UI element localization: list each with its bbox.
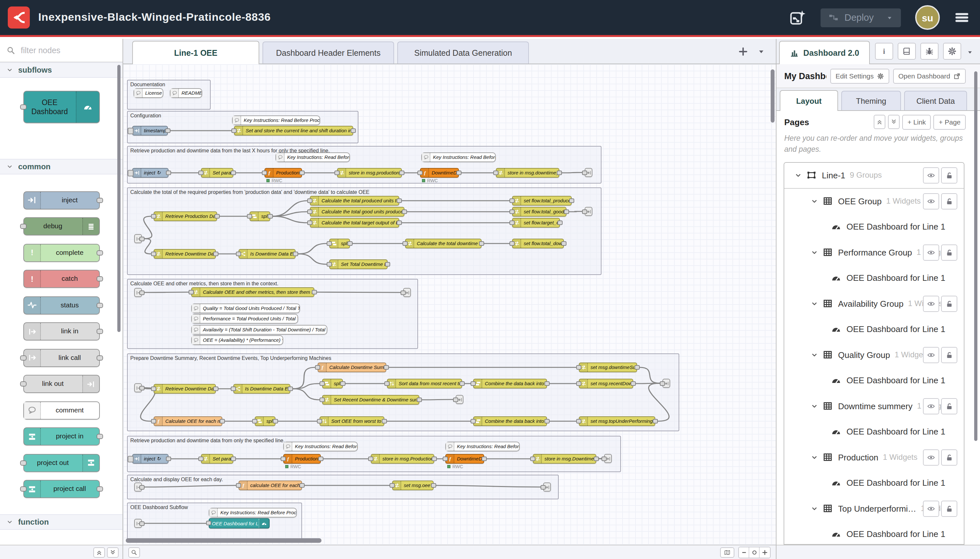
tree-widget-row[interactable]: OEE Dashboard for Line 1 — [784, 368, 964, 393]
open-dashboard-button[interactable]: Open Dashboard — [893, 68, 966, 83]
input-port[interactable] — [510, 241, 515, 246]
input-port[interactable] — [453, 397, 458, 402]
node-calculate-the-total-produced-units-today[interactable]: Calculate the total produced units today — [310, 196, 399, 205]
node-key-instructions-read-before-proceeding[interactable]: Key Instructions: Read Before Proceeding — [209, 508, 297, 518]
output-port[interactable] — [479, 241, 484, 246]
canvas-vertical-scrollbar[interactable] — [770, 69, 775, 122]
output-port[interactable] — [213, 387, 218, 391]
node-retrieve-downtime-data[interactable]: Retrieve Downtime Data — [153, 384, 216, 394]
main-menu-button[interactable] — [954, 10, 970, 25]
output-port[interactable] — [385, 262, 390, 266]
deploy-button[interactable]: Deploy — [820, 8, 901, 27]
palette-section-function[interactable]: function — [0, 514, 122, 529]
lock-toggle-button[interactable] — [941, 500, 957, 516]
output-port[interactable] — [569, 198, 574, 203]
node-linkout[interactable] — [585, 207, 592, 216]
input-port[interactable] — [151, 251, 156, 256]
node-linkin[interactable] — [134, 288, 142, 297]
input-port[interactable] — [320, 381, 325, 386]
output-port[interactable] — [456, 170, 462, 175]
output-port[interactable] — [96, 303, 103, 308]
tree-widget-row[interactable]: OEE Dashboard for Line 1 — [784, 316, 964, 342]
output-port[interactable] — [139, 291, 145, 295]
node-set-msg-downtimesummery[interactable]: set msg.downtimeSummery — [579, 362, 637, 372]
tree-widget-row[interactable]: OEE Dashboard for Line 1 — [784, 419, 964, 445]
node-split[interactable]: split — [249, 212, 270, 221]
input-port[interactable] — [576, 365, 581, 370]
palette-node-inject[interactable]: inject — [23, 191, 99, 209]
tree-group-row[interactable]: Quality Group1 Widgets — [784, 342, 964, 368]
node-calculate-the-total-downtime-duration[interactable]: Calculate the total downtime duration — [405, 239, 482, 248]
node-readme[interactable]: README — [170, 88, 202, 98]
tree-widget-row[interactable]: OEE Dashboard for Line 1 — [784, 521, 964, 545]
output-port[interactable] — [96, 276, 103, 281]
input-port[interactable] — [541, 485, 546, 490]
node-linkin[interactable] — [134, 483, 142, 491]
node-oee-dashboard-for-line-1[interactable]: OEE Dashboard for Line 1 — [209, 518, 270, 529]
input-port[interactable] — [151, 387, 156, 391]
palette-node-link-call[interactable]: link call — [23, 349, 99, 367]
zoom-out-button[interactable] — [739, 547, 749, 557]
palette-expand-all-button[interactable] — [107, 547, 119, 557]
lock-toggle-button[interactable] — [941, 167, 957, 184]
node-performance-total-produced-units-total-tar[interactable]: Performance = Total Produced Units / Tot… — [191, 314, 298, 324]
input-port[interactable] — [280, 456, 286, 461]
input-port[interactable] — [198, 170, 203, 175]
output-port[interactable] — [544, 381, 549, 386]
input-port[interactable] — [335, 170, 340, 175]
sidebar-debug-button[interactable] — [921, 43, 939, 60]
sidebar-scrollbar[interactable] — [974, 71, 977, 441]
output-port[interactable] — [231, 456, 236, 461]
tab-theming[interactable]: Theming — [841, 91, 901, 110]
input-port[interactable] — [320, 397, 325, 402]
node-set-params[interactable]: Set params — [201, 168, 233, 178]
output-port[interactable] — [96, 250, 103, 255]
input-port[interactable] — [252, 419, 257, 423]
palette-node-project-out[interactable]: project out — [23, 454, 99, 472]
sidebar-info-button[interactable]: i — [875, 43, 893, 60]
node-calculate-the-total-target-output-of-today[interactable]: Calculate the total target output of tod… — [310, 218, 399, 228]
output-port[interactable] — [594, 456, 599, 461]
add-link-button[interactable]: + Link — [902, 114, 931, 129]
visibility-toggle-button[interactable] — [923, 347, 939, 363]
palette-node-link-out[interactable]: link out — [23, 375, 99, 393]
flow-group-2[interactable]: Retrieve production and downtime data fr… — [127, 146, 602, 184]
node-key-instructions-read-before-proceeding[interactable]: Key Instructions: Read Before Proceeding — [276, 152, 350, 162]
input-port[interactable] — [20, 355, 26, 360]
input-port[interactable] — [510, 220, 515, 225]
tab-dashboard-header-elements[interactable]: Dashboard Header Elements — [262, 41, 394, 64]
lock-toggle-button[interactable] — [941, 244, 957, 260]
tree-widget-row[interactable]: OEE Dashboard for Line 1 — [784, 214, 964, 240]
output-port[interactable] — [299, 483, 305, 488]
output-port[interactable] — [299, 170, 305, 175]
output-port[interactable] — [558, 220, 563, 225]
node-calculate-oee-for-each-machine[interactable]: fCalculate OEE for each machine — [153, 416, 222, 426]
tree-group-row[interactable]: OEE Group1 Widgets — [784, 189, 964, 214]
node-calculate-oee-for-each-day[interactable]: fcalculate OEE for each day — [239, 481, 302, 490]
input-port[interactable] — [602, 456, 607, 461]
output-port[interactable] — [273, 419, 278, 423]
output-port[interactable] — [397, 220, 402, 225]
zoom-in-button[interactable] — [760, 547, 770, 557]
input-port[interactable] — [576, 419, 581, 423]
input-port[interactable] — [151, 214, 156, 218]
input-port[interactable] — [20, 381, 26, 387]
node-retrieve-production-data[interactable]: Retrieve Production Data — [153, 212, 217, 221]
palette-node-debug[interactable]: debug — [23, 217, 99, 235]
input-port[interactable] — [307, 198, 312, 203]
palette-section-subflows[interactable]: subflows — [0, 62, 122, 78]
flow-canvas[interactable]: DocumentationConfigurationRetrieve produ… — [123, 64, 776, 545]
input-port[interactable] — [231, 128, 237, 133]
tab-layout[interactable]: Layout — [780, 90, 838, 111]
tree-group-row[interactable]: Production1 Widgets — [784, 445, 964, 470]
output-port[interactable] — [557, 170, 562, 175]
node-linkin[interactable] — [134, 383, 142, 392]
output-port[interactable] — [482, 456, 487, 461]
visibility-toggle-button[interactable] — [923, 244, 939, 260]
output-port[interactable] — [431, 483, 436, 488]
output-port[interactable] — [139, 237, 145, 241]
input-port[interactable] — [470, 381, 476, 386]
node-key-instructions-read-before-proceeding[interactable]: Key Instructions: Read Before Proceeding — [232, 116, 320, 125]
node-key-instructions-read-before-proceeding[interactable]: Key Instructions: Read Before Proceeding — [421, 152, 496, 162]
output-port[interactable] — [96, 486, 103, 491]
